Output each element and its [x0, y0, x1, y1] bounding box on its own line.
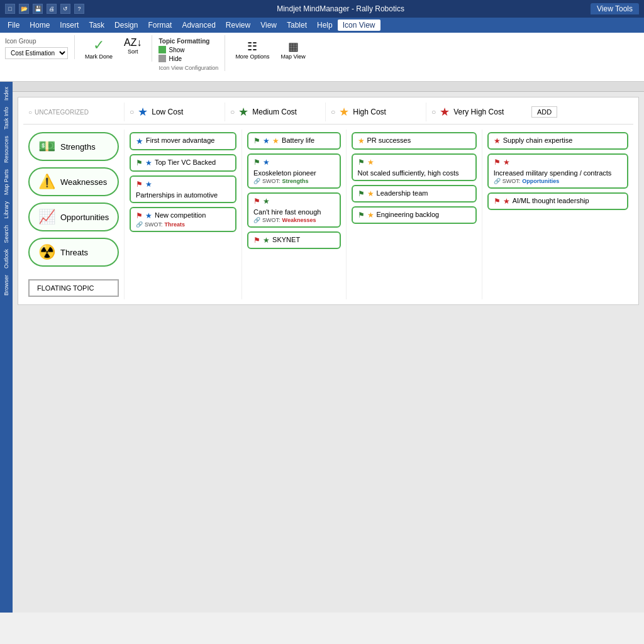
print-icon[interactable]: 🖨 [47, 4, 57, 14]
aiml-thought-card[interactable]: ⚑ ★ AI/ML thought leadership [487, 192, 628, 210]
canvas-area[interactable]: ○ UNCATEGORIZED ○ ★ Low Cost ○ ★ Medium … [13, 82, 644, 613]
mark-done-button[interactable]: ✓ Mark Done [81, 35, 116, 62]
engineering-backlog-card[interactable]: ⚑ ★ Engineering backlog [352, 206, 477, 224]
help-icon[interactable]: ? [74, 4, 84, 14]
threats-node[interactable]: ☢️ Threats [28, 238, 119, 267]
weaknesses-node[interactable]: ⚠️ Weaknesses [28, 167, 119, 196]
app-container: Index Task Info Resources Map Parts Libr… [0, 82, 644, 613]
sidebar-search[interactable]: Search [2, 223, 11, 246]
header-highcost: ○ ★ High Cost [325, 103, 426, 121]
sidebar-resources[interactable]: Resources [2, 133, 11, 165]
top-tier-vc-card[interactable]: ⚑ ★ Top Tier VC Backed [130, 154, 236, 172]
opportunities-icon: 📈 [38, 209, 55, 225]
new-competition-tag: 🔗 SWOT: Threats [136, 221, 230, 228]
opportunities-node[interactable]: 📈 Opportunities [28, 203, 119, 231]
header-veryhighcost: ○ ★ Very High Cost [426, 103, 526, 121]
strengths-label: Strengths [60, 142, 96, 152]
title-bar: □ 📂 💾 🖨 ↺ ? Mindjet MindManager - Rally … [0, 0, 644, 18]
map-view-button[interactable]: ▦ Map View [277, 38, 309, 62]
add-column-button[interactable]: ADD [531, 106, 557, 118]
hide-label: Hide [169, 55, 182, 62]
menu-iconview[interactable]: Icon View [338, 19, 380, 31]
veryhighcost-column: ★ Supply chain expertise ⚑ ★ Increased m… [482, 130, 633, 299]
save-icon[interactable]: 💾 [33, 4, 43, 14]
show-label: Show [169, 47, 184, 53]
opportunities-label: Opportunities [60, 213, 109, 222]
sidebar-mapparts[interactable]: Map Parts [2, 167, 11, 197]
header-uncategorized: ○ UNCATEGORIZED [23, 106, 124, 118]
ribbon: Icon Group Cost Estimation ✓ Mark Done A… [0, 33, 644, 82]
header-divider [23, 124, 633, 125]
strengths-icon: 💵 [38, 138, 55, 155]
weaknesses-icon: ⚠️ [38, 174, 55, 190]
main-content: 💵 Strengths ⚠️ Weaknesses 📈 Opportunitie… [23, 130, 633, 299]
header-lowcost: ○ ★ Low Cost [124, 103, 225, 121]
app-title: Mindjet MindManager - Rally Robotics [91, 4, 591, 13]
new-icon[interactable]: □ [5, 4, 15, 14]
strengths-node[interactable]: 💵 Strengths [28, 132, 119, 161]
supply-chain-card[interactable]: ★ Supply chain expertise [487, 132, 628, 150]
uncategorized-circle: ○ [28, 109, 32, 116]
canvas-content: ○ UNCATEGORIZED ○ ★ Low Cost ○ ★ Medium … [18, 97, 639, 305]
sidebar-index[interactable]: Index [2, 84, 11, 103]
menu-help[interactable]: Help [312, 19, 338, 31]
menu-insert[interactable]: Insert [55, 19, 84, 31]
first-mover-card[interactable]: ★ First mover advantage [130, 132, 236, 150]
menu-format[interactable]: Format [143, 19, 177, 31]
floating-topic[interactable]: FLOATING TOPIC [28, 279, 119, 297]
scroll-indicator [13, 82, 644, 92]
weaknesses-label: Weaknesses [60, 177, 107, 187]
exoskeleton-tag: 🔗 SWOT: Strengths [253, 178, 334, 184]
cant-hire-tag: 🔗 SWOT: Weaknesses [253, 217, 334, 223]
header-add[interactable]: ADD [526, 104, 562, 120]
threats-icon: ☢️ [38, 244, 55, 260]
exoskeleton-pioneer-card[interactable]: ⚑ ★ Exoskeleton pioneer 🔗 SWOT: Strength… [247, 153, 340, 189]
sidebar-taskinfo[interactable]: Task Info [2, 104, 11, 132]
viewtools-tab[interactable]: View Tools [591, 3, 639, 14]
header-mediumcost: ○ ★ Medium Cost [225, 103, 325, 121]
menu-view[interactable]: View [255, 19, 282, 31]
lowcost-column: ★ First mover advantage ⚑ ★ Top Tier VC … [124, 130, 242, 299]
leadership-team-card[interactable]: ⚑ ★ Leadership team [352, 185, 477, 203]
title-bar-icons: □ 📂 💾 🖨 ↺ ? [5, 4, 84, 14]
iconconfig-label: Icon View Configuration [158, 65, 218, 71]
icongroup-select[interactable]: Cost Estimation [5, 47, 68, 59]
highcost-column: ★ PR successes ⚑ ★ Not scaled sufficient… [346, 130, 482, 299]
sidebar-library[interactable]: Library [2, 199, 11, 221]
icongroup-label: Icon Group [5, 38, 68, 45]
left-sidebar: Index Task Info Resources Map Parts Libr… [0, 82, 13, 613]
undo-icon[interactable]: ↺ [60, 4, 70, 14]
open-icon[interactable]: 📂 [19, 4, 29, 14]
not-scaled-card[interactable]: ⚑ ★ Not scaled sufficiently, high costs [352, 153, 477, 181]
menu-bar: File Home Insert Task Design Format Adva… [0, 18, 644, 33]
menu-file[interactable]: File [3, 19, 25, 31]
new-competition-card[interactable]: ⚑ ★ New competition 🔗 SWOT: Threats [130, 207, 236, 232]
topicformatting-label: Topic Formatting [158, 38, 218, 45]
sidebar-outlook[interactable]: Outlook [2, 247, 11, 271]
more-options-button[interactable]: ☷ More Options [231, 38, 273, 62]
menu-advanced[interactable]: Advanced [177, 19, 220, 31]
pr-successes-card[interactable]: ★ PR successes [352, 132, 477, 150]
menu-design[interactable]: Design [109, 19, 143, 31]
column-headers: ○ UNCATEGORIZED ○ ★ Low Cost ○ ★ Medium … [23, 103, 633, 121]
menu-task[interactable]: Task [84, 19, 109, 31]
menu-review[interactable]: Review [221, 19, 255, 31]
menu-home[interactable]: Home [25, 19, 55, 31]
partnerships-automotive-card[interactable]: ⚑ ★ Partnerships in automotive [130, 175, 236, 203]
menu-tablet[interactable]: Tablet [282, 19, 312, 31]
mediumcost-column: ⚑ ★ ★ Battery life ⚑ ★ Exoskeleton pione… [242, 130, 345, 299]
swot-column: 💵 Strengths ⚠️ Weaknesses 📈 Opportunitie… [23, 130, 124, 299]
battery-life-card[interactable]: ⚑ ★ ★ Battery life [247, 132, 340, 150]
cant-hire-card[interactable]: ⚑ ★ Can't hire fast enough 🔗 SWOT: Weakn… [247, 192, 340, 228]
military-spending-tag: 🔗 SWOT: Opportunities [494, 178, 622, 184]
military-spending-card[interactable]: ⚑ ★ Increased military spending / contra… [487, 153, 628, 189]
sort-button[interactable]: AZ↓ Sort [120, 35, 145, 57]
threats-label: Threats [60, 248, 88, 257]
sidebar-browser[interactable]: Browser [2, 272, 11, 298]
skynet-card[interactable]: ⚑ ★ SKYNET [247, 231, 340, 249]
